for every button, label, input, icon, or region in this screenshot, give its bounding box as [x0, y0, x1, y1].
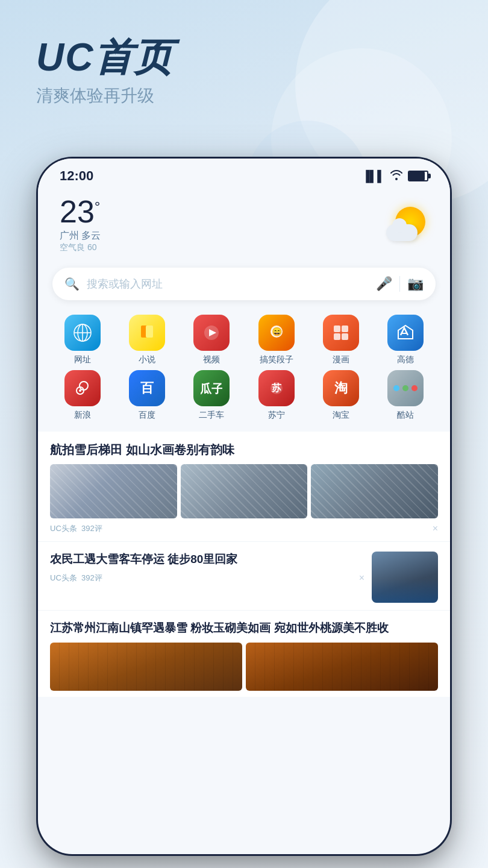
xinlang-icon	[64, 370, 101, 406]
baidu-label: 百度	[139, 410, 155, 421]
status-icons: ▐▌▌	[362, 169, 428, 183]
svg-text:😄: 😄	[271, 327, 282, 337]
app-baidu[interactable]: 百 百度	[120, 370, 174, 421]
baidu-icon: 百	[129, 370, 165, 406]
weather-location: 广州 多云	[60, 230, 101, 242]
weather-section: 23° 广州 多云 空气良 60	[38, 189, 450, 263]
kuzhan-label: 酷站	[397, 410, 414, 421]
gaoxiao-icon: 😄	[258, 315, 295, 351]
news-item-1[interactable]: 航拍雪后梯田 如山水画卷别有韵味 UC头条 392评 ×	[38, 432, 450, 542]
news-images-3	[50, 643, 438, 691]
news-title-2: 农民工遇大雪客车停运 徒步80里回家	[50, 552, 364, 568]
news-source-2: UC头条 392评	[50, 573, 102, 583]
app-grid: 网址 小说	[38, 312, 450, 428]
gaoxiao-label: 搞笑段子	[260, 354, 293, 365]
svg-text:百: 百	[140, 380, 154, 395]
xiaoshuo-icon	[129, 315, 165, 351]
shipin-label: 视频	[203, 354, 220, 365]
news-images-1	[50, 464, 438, 518]
wifi-icon	[390, 169, 403, 183]
suning-label: 苏宁	[268, 410, 285, 421]
news-item-2[interactable]: 农民工遇大雪客车停运 徒步80里回家 UC头条 392评 ×	[38, 542, 450, 611]
gaode-icon	[387, 315, 424, 351]
app-guazi[interactable]: 瓜子 二手车	[184, 370, 239, 421]
manhua-label: 漫画	[333, 354, 349, 365]
app-title: UC首页	[36, 36, 174, 78]
xiaoshuo-label: 小说	[139, 354, 155, 365]
app-wangzhi[interactable]: 网址	[55, 315, 110, 365]
phone-mockup: 12:00 ▐▌▌	[36, 157, 452, 856]
gaode-label: 高德	[397, 354, 414, 365]
news-text-2: 农民工遇大雪客车停运 徒步80里回家 UC头条 392评 ×	[50, 552, 364, 583]
svg-rect-5	[146, 326, 153, 338]
news-close-2[interactable]: ×	[359, 573, 364, 583]
news-image-1b	[181, 464, 308, 518]
app-kuzhan[interactable]: 酷站	[378, 370, 433, 421]
manhua-icon	[323, 315, 359, 351]
wangzhi-label: 网址	[74, 354, 91, 365]
svg-text:苏: 苏	[271, 383, 282, 393]
taobao-icon: 淘	[323, 370, 359, 406]
phone-frame: 12:00 ▐▌▌	[36, 157, 452, 856]
search-section: 🔍 搜索或输入网址 🎤 📷	[38, 263, 450, 312]
xinlang-label: 新浪	[74, 410, 91, 421]
app-xiaoshuo[interactable]: 小说	[120, 315, 174, 365]
shipin-icon	[193, 315, 230, 351]
voice-icon[interactable]: 🎤	[376, 276, 392, 292]
svg-rect-12	[334, 333, 340, 340]
weather-air-quality: 空气良 60	[60, 242, 101, 253]
news-section: 航拍雪后梯田 如山水画卷别有韵味 UC头条 392评 × 农民工遇大雪客车停运 …	[38, 432, 450, 697]
app-taobao[interactable]: 淘 淘宝	[314, 370, 368, 421]
news-title-3: 江苏常州江南山镇罕遇暴雪 粉妆玉砌美如画 宛如世外桃源美不胜收	[50, 620, 438, 637]
phone-screen: 12:00 ▐▌▌	[38, 159, 450, 854]
search-placeholder: 搜索或输入网址	[87, 277, 369, 291]
status-bar: 12:00 ▐▌▌	[38, 159, 450, 189]
app-row-2: 新浪 百 百度 瓜子	[50, 370, 438, 421]
taobao-label: 淘宝	[333, 410, 349, 421]
news-meta-2: UC头条 392评 ×	[50, 573, 364, 583]
weather-temperature: 23°	[60, 196, 101, 227]
news-image-3a	[50, 643, 242, 691]
search-icon: 🔍	[64, 277, 80, 291]
svg-marker-14	[398, 326, 413, 339]
app-row-1: 网址 小说	[50, 315, 438, 365]
svg-point-18	[79, 389, 81, 392]
app-subtitle: 清爽体验再升级	[36, 84, 174, 107]
svg-text:瓜子: 瓜子	[201, 382, 222, 395]
camera-icon[interactable]: 📷	[399, 276, 424, 292]
news-item-3[interactable]: 江苏常州江南山镇罕遇暴雪 粉妆玉砌美如画 宛如世外桃源美不胜收	[38, 611, 450, 697]
news-image-1c	[311, 464, 438, 518]
news-meta-1: UC头条 392评 ×	[50, 523, 438, 534]
header-section: UC首页 清爽体验再升级	[36, 36, 174, 107]
news-close-1[interactable]: ×	[433, 523, 438, 534]
svg-rect-13	[342, 333, 348, 340]
app-gaode[interactable]: 高德	[378, 315, 433, 365]
news-source-1: UC头条 392评	[50, 523, 102, 534]
weather-info: 23° 广州 多云 空气良 60	[60, 196, 101, 253]
news-image-3b	[246, 643, 438, 691]
app-xinlang[interactable]: 新浪	[55, 370, 110, 421]
guazi-icon: 瓜子	[193, 370, 230, 406]
svg-rect-10	[334, 326, 340, 332]
news-image-1a	[50, 464, 177, 518]
signal-icon: ▐▌▌	[362, 170, 385, 183]
app-gaoxiao[interactable]: 😄 搞笑段子	[249, 315, 304, 365]
battery-icon	[408, 171, 428, 181]
search-bar[interactable]: 🔍 搜索或输入网址 🎤 📷	[52, 268, 436, 300]
news-image-2	[372, 552, 438, 603]
wangzhi-icon	[64, 315, 101, 351]
guazi-label: 二手车	[199, 410, 224, 421]
svg-text:淘: 淘	[334, 380, 348, 395]
app-manhua[interactable]: 漫画	[314, 315, 368, 365]
svg-rect-11	[342, 326, 348, 332]
kuzhan-icon	[387, 370, 424, 406]
news-title-1: 航拍雪后梯田 如山水画卷别有韵味	[50, 441, 438, 458]
status-time: 12:00	[60, 168, 93, 184]
app-shipin[interactable]: 视频	[184, 315, 239, 365]
app-suning[interactable]: 苏 苏宁	[249, 370, 304, 421]
cloud-icon	[386, 224, 418, 241]
weather-icon	[386, 204, 428, 246]
suning-icon: 苏	[258, 370, 295, 406]
